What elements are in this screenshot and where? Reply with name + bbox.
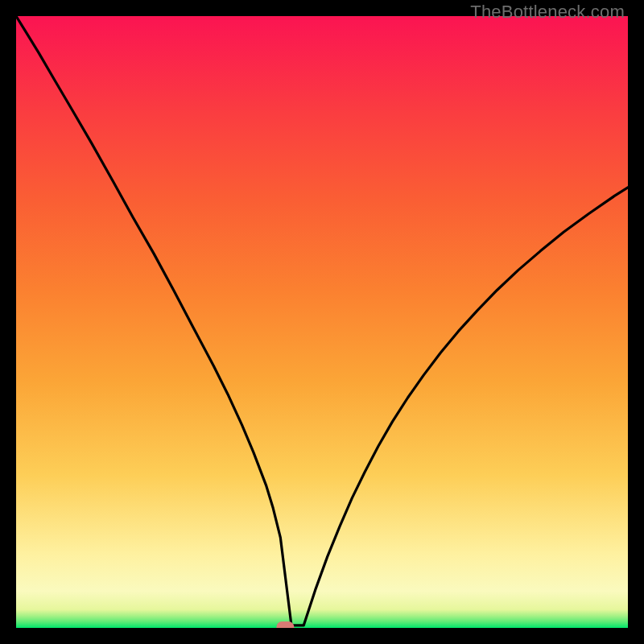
chart-frame: [16, 16, 628, 628]
bottleneck-chart: [16, 16, 628, 628]
watermark-text: TheBottleneck.com: [470, 2, 625, 23]
gradient-background: [16, 16, 628, 628]
optimum-marker: [276, 621, 294, 628]
